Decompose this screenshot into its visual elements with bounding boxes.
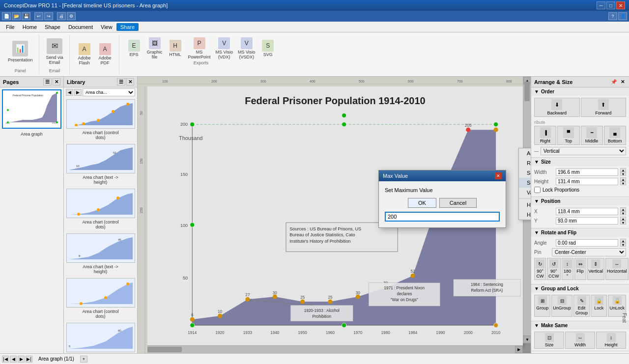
list-item[interactable]: 5 60 Area chart (text ->height) (64, 321, 137, 353)
scroll-right-arrow[interactable]: ▶ (515, 346, 523, 353)
make-same-height-button[interactable]: ↕ Height (596, 332, 626, 349)
handle-top-right[interactable] (494, 122, 498, 127)
menu-view[interactable]: View (97, 23, 116, 31)
dot-1933[interactable] (245, 297, 250, 302)
width-input[interactable] (556, 168, 618, 176)
open-button[interactable]: 📂 (12, 12, 21, 20)
vertical-flip-button[interactable]: ⇕ Vertical (587, 258, 605, 280)
right-panel-close-button[interactable]: ✕ (619, 79, 626, 85)
y-spin-down[interactable]: ▼ (620, 221, 626, 224)
ms-visio-vdx-button[interactable]: V MS Visio(VDX) (214, 36, 235, 60)
page-first-button[interactable]: |◀ (2, 356, 9, 363)
scroll-down-arrow[interactable]: ▼ (523, 336, 531, 343)
right-panel-pin-button[interactable]: 📌 (609, 79, 618, 85)
handle-above-center[interactable] (342, 113, 346, 118)
ms-visio-vsdx-button[interactable]: V MS Visio(VSDX) (236, 36, 257, 60)
scroll-thumb-v[interactable] (524, 82, 530, 101)
ctx-remove-last-point[interactable]: Remove last point (519, 158, 531, 168)
dot-2010[interactable] (494, 128, 498, 132)
align-right-button[interactable]: ▐ Right (534, 126, 556, 145)
add-page-button[interactable]: + (80, 356, 87, 363)
angle-spin-up[interactable]: ▲ (620, 239, 626, 243)
angle-input[interactable] (556, 239, 618, 247)
lock-proportions-checkbox[interactable] (534, 187, 541, 193)
dialog-cancel-button[interactable]: Cancel (439, 198, 477, 208)
maximize-button[interactable]: □ (606, 1, 615, 9)
minimize-button[interactable]: ─ (597, 1, 605, 9)
pages-options-button[interactable]: ☰ (43, 78, 52, 85)
pin-select[interactable]: Center-Center (552, 248, 626, 256)
horizontal-flip-button[interactable]: ↔ Horizontal (605, 258, 629, 280)
ms-powerpoint-button[interactable]: P MSPowerPoint (186, 36, 213, 60)
help-button[interactable]: ? (608, 12, 617, 20)
menu-home[interactable]: Home (19, 23, 41, 31)
width-spin-down[interactable]: ▼ (620, 172, 626, 176)
vertical-select[interactable]: Vertical (541, 147, 626, 155)
library-dropdown[interactable]: Area cha... (83, 88, 135, 96)
lock-button[interactable]: 🔒 Lock (591, 295, 607, 317)
close-button[interactable]: ✕ (616, 1, 625, 9)
group-button[interactable]: ⊞ Group (534, 295, 550, 317)
order-section-header[interactable]: ▼ Order (531, 87, 629, 96)
handle-top-center[interactable] (342, 122, 346, 127)
new-button[interactable]: 📄 (2, 12, 11, 20)
max-value-input[interactable] (385, 212, 500, 222)
pages-close-button[interactable]: ✕ (53, 78, 60, 85)
ungroup-button[interactable]: ⊟ UnGroup (551, 295, 572, 317)
library-options-button[interactable]: ☰ (117, 78, 125, 85)
library-back-button[interactable]: ◀ (66, 89, 73, 96)
menu-file[interactable]: File (2, 23, 19, 31)
settings-button[interactable]: ⚙ (67, 12, 76, 20)
presentation-button[interactable]: 📊 Presentation (6, 40, 35, 63)
angle-spin-down[interactable]: ▼ (620, 243, 626, 247)
adobe-flash-button[interactable]: A AdobeFlash (75, 42, 94, 66)
dot-1940[interactable] (273, 294, 277, 299)
x-spin-up[interactable]: ▲ (620, 207, 626, 211)
graphic-file-button[interactable]: 🖼 Graphicfile (145, 36, 165, 60)
dialog-ok-button[interactable]: OK (408, 198, 436, 208)
eps-button[interactable]: E EPS (124, 39, 144, 58)
align-bottom-button[interactable]: ▄ Bottom (604, 126, 626, 145)
ctx-set-number-points[interactable]: Set number of points (519, 168, 531, 178)
rotate-section-header[interactable]: ▼ Rotate and Flip (531, 228, 629, 237)
library-forward-button[interactable]: ▶ (74, 89, 82, 96)
save-button[interactable]: 💾 (22, 12, 30, 20)
y-input[interactable] (556, 217, 618, 224)
menu-document[interactable]: Document (64, 23, 97, 31)
height-spin-down[interactable]: ▼ (620, 181, 626, 185)
list-item[interactable]: 8 45 Area chart (text ->height) (64, 231, 137, 276)
adobe-pdf-button[interactable]: A AdobePDF (95, 42, 115, 66)
align-top-button[interactable]: ▀ Top (557, 126, 579, 145)
menu-shape[interactable]: Shape (41, 23, 64, 31)
page-next-button[interactable]: ▶ (18, 356, 25, 363)
handle-mid-left[interactable] (190, 223, 195, 227)
position-section-header[interactable]: ▼ Position (531, 197, 629, 205)
width-spin-up[interactable]: ▲ (620, 168, 626, 172)
group-lock-header[interactable]: ▼ Group and Lock (531, 284, 629, 293)
handle-bot-left[interactable] (190, 323, 195, 328)
dot-1914[interactable] (190, 317, 195, 322)
dot-1970[interactable] (356, 294, 360, 299)
menu-share[interactable]: Share (116, 23, 139, 31)
scroll-thumb-h[interactable] (143, 347, 182, 352)
page-prev-button[interactable]: ◀ (10, 356, 17, 363)
dot-1960[interactable] (328, 299, 332, 304)
list-item[interactable]: Area chart (controldots) (64, 276, 137, 321)
page-last-button[interactable]: ▶| (26, 356, 32, 363)
rotate-90cw-button[interactable]: ↻ 90° CW (534, 258, 546, 280)
backward-button[interactable]: ⬇ Backward (534, 98, 580, 117)
horizontal-scrollbar[interactable]: ◀ ▶ (138, 345, 523, 353)
dialog-close-button[interactable]: ✕ (495, 172, 502, 179)
y-spin-up[interactable]: ▲ (620, 217, 626, 221)
align-middle-button[interactable]: ━ Middle (581, 126, 603, 145)
ctx-hide-axis[interactable]: Hide axis (519, 210, 531, 220)
handle-bot-right[interactable] (494, 323, 498, 328)
height-input[interactable] (556, 178, 618, 185)
ctx-set-max-value[interactable]: Set max value (519, 178, 531, 188)
svg-button[interactable]: S SVG (258, 39, 278, 58)
dot-2000[interactable] (466, 128, 470, 132)
x-spin-down[interactable]: ▼ (620, 211, 626, 215)
print-button[interactable]: 🖨 (57, 12, 66, 20)
dot-1984[interactable] (411, 274, 415, 278)
ctx-hide-values[interactable]: Hide values (519, 200, 531, 210)
